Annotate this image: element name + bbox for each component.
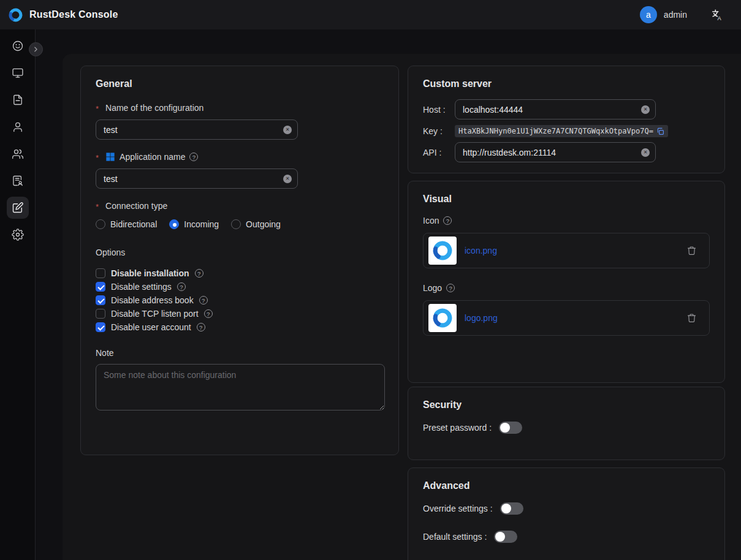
help-icon[interactable]	[177, 282, 186, 291]
sidebar-item-settings[interactable]	[7, 224, 29, 246]
trash-icon[interactable]	[686, 245, 697, 256]
checkbox-icon	[96, 295, 105, 305]
visual-title: Visual	[423, 194, 710, 205]
sidebar-item-groups[interactable]	[7, 143, 29, 165]
windows-icon	[105, 152, 115, 162]
logo-file-link[interactable]: logo.png	[465, 313, 498, 323]
advanced-card: Advanced Override settings : Default set…	[408, 467, 725, 560]
radio-icon	[231, 219, 241, 229]
option-row[interactable]: Disable address book	[96, 295, 384, 305]
brand: RustDesk Console	[7, 7, 118, 23]
sidebar-collapse-button[interactable]	[29, 42, 43, 56]
smiley-icon	[12, 40, 24, 52]
note-textarea[interactable]	[96, 364, 385, 411]
sidebar-item-sessions[interactable]	[7, 89, 29, 111]
general-title: General	[96, 78, 384, 89]
option-row[interactable]: Disable installation	[96, 268, 384, 278]
monitor-icon	[12, 67, 24, 79]
override-settings-label: Override settings :	[423, 504, 493, 513]
preset-password-toggle[interactable]	[499, 422, 522, 434]
option-row[interactable]: Disable settings	[96, 282, 384, 292]
clear-icon[interactable]	[283, 126, 292, 134]
default-settings-label: Default settings :	[423, 532, 487, 542]
user-icon	[12, 121, 24, 133]
logo-label: Logo	[423, 283, 710, 293]
custom-server-title: Custom server	[423, 78, 710, 89]
icon-label: Icon	[423, 216, 710, 225]
clear-icon[interactable]	[283, 175, 292, 183]
sidebar-item-devices[interactable]	[7, 62, 29, 84]
api-label: API :	[423, 148, 455, 157]
preset-password-label: Preset password :	[423, 423, 492, 433]
icon-thumbnail	[428, 236, 457, 265]
audit-log-icon	[12, 175, 24, 187]
trash-icon[interactable]	[686, 312, 697, 324]
rustdesk-logo-icon	[431, 306, 454, 330]
key-value-chip: HtaXBkJNHyn0e1U1jWXze7A7CN7QTGWqxkOtpaVp…	[455, 125, 668, 137]
option-label: Disable installation	[111, 268, 189, 278]
radio-icon	[96, 219, 105, 229]
radio-label: Incoming	[184, 219, 219, 229]
sidebar-item-client-editor[interactable]	[7, 197, 29, 219]
username[interactable]: admin	[664, 10, 687, 20]
connection-type-label: Connection type	[96, 201, 384, 211]
options-list: Disable installation Disable settings Di…	[96, 268, 384, 332]
topbar: RustDesk Console a admin A	[0, 0, 741, 29]
option-label: Disable user account	[111, 322, 191, 332]
radio-icon	[169, 219, 179, 229]
app-title: RustDesk Console	[29, 9, 118, 20]
key-label: Key :	[423, 126, 455, 136]
connection-type-radio[interactable]: Bidirectional	[96, 219, 157, 229]
option-label: Disable TCP listen port	[111, 309, 199, 319]
sidebar-item-users[interactable]	[7, 116, 29, 138]
sidebar	[0, 29, 36, 560]
logo-upload-row: logo.png	[423, 300, 710, 336]
avatar[interactable]: a	[640, 6, 657, 23]
host-input[interactable]	[455, 99, 656, 119]
help-icon[interactable]	[446, 284, 455, 292]
checkbox-icon	[96, 282, 105, 292]
default-settings-toggle[interactable]	[494, 531, 517, 543]
copy-icon[interactable]	[656, 127, 664, 135]
chevron-right-icon	[32, 45, 40, 53]
config-name-input[interactable]	[96, 119, 298, 140]
help-icon[interactable]	[195, 269, 203, 278]
override-settings-toggle[interactable]	[500, 502, 523, 515]
application-name-label: Application name	[96, 152, 384, 162]
security-card: Security Preset password :	[408, 387, 725, 460]
radio-label: Outgoing	[246, 219, 281, 229]
application-name-input[interactable]	[96, 168, 298, 189]
help-icon[interactable]	[204, 309, 213, 318]
connection-type-radio[interactable]: Incoming	[169, 219, 219, 229]
option-row[interactable]: Disable user account	[96, 322, 384, 332]
help-icon[interactable]	[189, 153, 198, 161]
help-icon[interactable]	[199, 296, 208, 305]
icon-file-link[interactable]: icon.png	[465, 246, 497, 255]
checkbox-icon	[96, 268, 105, 278]
radio-label: Bidirectional	[110, 219, 157, 229]
checkbox-icon	[96, 309, 105, 319]
visual-card: Visual Icon icon.png Logo	[408, 181, 725, 383]
sidebar-item-audit[interactable]	[7, 170, 29, 192]
logo-thumbnail	[428, 304, 457, 332]
custom-server-card: Custom server Host : Key : HtaXBkJNHyn0e…	[408, 66, 725, 173]
advanced-title: Advanced	[423, 480, 710, 491]
translate-icon[interactable]: A	[710, 8, 724, 21]
checkbox-icon	[96, 322, 105, 332]
help-icon[interactable]	[197, 323, 205, 331]
option-label: Disable settings	[111, 282, 172, 292]
option-row[interactable]: Disable TCP listen port	[96, 309, 384, 319]
general-card: General Name of the configuration Applic…	[80, 66, 399, 455]
help-icon[interactable]	[443, 216, 452, 225]
sidebar-item-dashboard[interactable]	[7, 35, 29, 57]
rustdesk-logo-icon	[7, 7, 24, 23]
connection-type-group: Bidirectional Incoming Outgoing	[96, 219, 384, 229]
key-value: HtaXBkJNHyn0e1U1jWXze7A7CN7QTGWqxkOtpaVp…	[458, 127, 653, 135]
clear-icon[interactable]	[641, 148, 650, 157]
connection-type-radio[interactable]: Outgoing	[231, 219, 281, 229]
clear-icon[interactable]	[641, 105, 650, 114]
option-label: Disable address book	[111, 295, 194, 305]
edit-icon	[12, 202, 24, 214]
icon-upload-row: icon.png	[423, 233, 710, 268]
api-input[interactable]	[455, 142, 656, 162]
